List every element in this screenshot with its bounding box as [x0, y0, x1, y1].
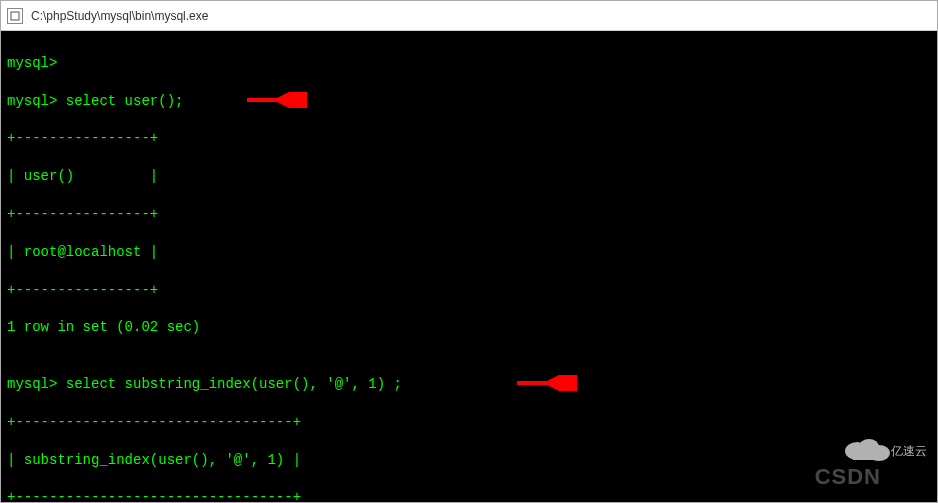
- command-text: mysql> select user();: [7, 93, 183, 109]
- terminal-line: mysql> select user();: [7, 92, 931, 111]
- window-title: C:\phpStudy\mysql\bin\mysql.exe: [31, 9, 208, 23]
- terminal-line: 1 row in set (0.02 sec): [7, 318, 931, 337]
- command-text: mysql> select substring_index(user(), '@…: [7, 376, 402, 392]
- terminal-content[interactable]: mysql> mysql> select user(); +----------…: [1, 31, 937, 502]
- terminal-line: | root@localhost |: [7, 243, 931, 262]
- svg-rect-10: [851, 451, 885, 460]
- title-bar[interactable]: C:\phpStudy\mysql\bin\mysql.exe: [1, 1, 937, 31]
- annotation-arrow-icon: [507, 375, 577, 391]
- svg-rect-0: [11, 12, 19, 20]
- terminal-window: C:\phpStudy\mysql\bin\mysql.exe mysql> m…: [0, 0, 938, 503]
- terminal-line: | user() |: [7, 167, 931, 186]
- terminal-line: +----------------+: [7, 281, 931, 300]
- terminal-line: mysql> select substring_index(user(), '@…: [7, 375, 931, 394]
- terminal-line: mysql>: [7, 54, 931, 73]
- annotation-arrow-icon: [237, 92, 307, 108]
- svg-text:亿速云: 亿速云: [890, 444, 927, 458]
- app-icon: [7, 8, 23, 24]
- terminal-line: +----------------+: [7, 129, 931, 148]
- watermark-logo-icon: 亿速云: [789, 414, 929, 492]
- terminal-line: +----------------+: [7, 205, 931, 224]
